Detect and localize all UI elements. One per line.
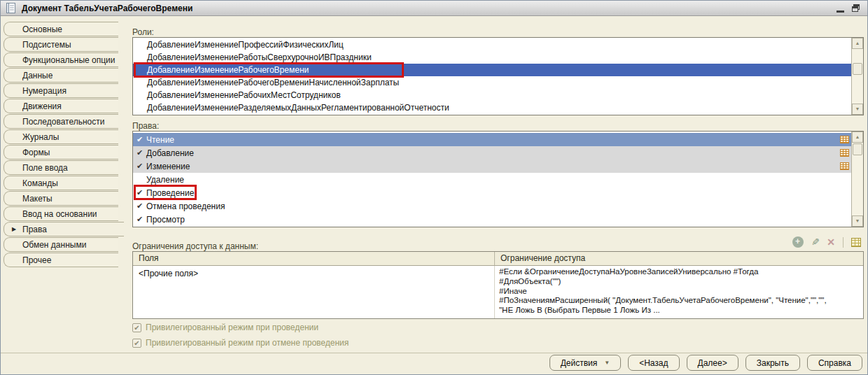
sidebar-tab-label: Подсистемы <box>22 40 71 50</box>
close-button[interactable]: Закрыть <box>746 355 800 371</box>
delete-restriction-icon[interactable]: ✕ <box>827 237 835 247</box>
restriction-cell[interactable]: #Если &ОграничениеДоступаНаУровнеЗаписей… <box>495 266 863 318</box>
active-tab-arrow-icon: ▶ <box>12 222 16 236</box>
window-title: Документ ТабельУчетаРабочегоВремени <box>22 3 192 13</box>
checkmark-icon[interactable]: ✔ <box>133 215 145 224</box>
sidebar-tab-8[interactable]: Формы <box>4 145 118 160</box>
restriction-icon-cell <box>837 173 851 186</box>
help-button[interactable]: Справка <box>807 355 862 371</box>
right-item[interactable]: ✔Проведение <box>133 186 851 199</box>
right-item[interactable]: ✔Просмотр <box>133 213 851 226</box>
role-item[interactable]: ДобавлениеИзменениеРабочихМестСотруднико… <box>133 89 851 101</box>
sidebar-tab-label: Журналы <box>22 132 59 142</box>
right-item-label: Удаление <box>145 175 837 185</box>
sidebar-tab-2[interactable]: Функциональные опции <box>4 52 118 67</box>
right-item[interactable]: ✔Отмена проведения <box>133 199 851 213</box>
restriction-icon-cell <box>837 199 851 213</box>
checkmark-icon[interactable]: ✔ <box>133 135 145 144</box>
scroll-up-icon[interactable]: ▲ <box>852 38 863 49</box>
scroll-down-icon[interactable]: ▼ <box>852 215 863 227</box>
privileged-mode-posting-checkbox[interactable]: ✔ Привилегированный режим при проведении <box>132 323 318 332</box>
restriction-templates-icon[interactable] <box>851 238 861 247</box>
sidebar-tab-1[interactable]: Подсистемы <box>4 37 118 52</box>
restriction-icon-cell <box>837 213 851 226</box>
sidebar-tab-14[interactable]: Обмен данными <box>4 237 118 252</box>
restrictions-table: Поля Ограничение доступа <Прочие поля> #… <box>132 251 864 319</box>
restore-button[interactable] <box>851 3 860 13</box>
add-restriction-button[interactable]: + <box>792 236 804 248</box>
sidebar-tab-label: Последовательности <box>22 117 104 127</box>
sidebar-tab-7[interactable]: Журналы <box>4 129 118 144</box>
scroll-thumb[interactable] <box>853 63 862 75</box>
sidebar-tab-label: Макеты <box>22 194 52 204</box>
restrictions-label: Ограничения доступа к данным: <box>132 241 258 251</box>
restriction-icon-cell <box>837 133 851 146</box>
right-item-label: Отмена проведения <box>145 201 837 211</box>
sidebar-tab-9[interactable]: Поле ввода <box>4 160 118 175</box>
checkbox-label: Привилегированный режим при отмене прове… <box>146 338 349 348</box>
right-item-label: Проведение <box>145 188 837 198</box>
fields-cell[interactable]: <Прочие поля> <box>133 266 495 318</box>
sidebar-tab-label: Прочее <box>22 255 51 265</box>
restriction-icon-cell <box>837 160 851 173</box>
right-item-label: Чтение <box>145 135 837 145</box>
role-item[interactable]: ДобавлениеИзменениеПрофессийФизическихЛи… <box>133 38 851 51</box>
restriction-grid-icon <box>840 136 849 143</box>
rights-scrollbar[interactable]: ▲ ▼ <box>851 132 863 227</box>
button-label: Далее> <box>698 358 727 368</box>
sidebar-tab-15[interactable]: Прочее <box>4 253 118 267</box>
checkbox-label: Привилегированный режим при проведении <box>146 323 318 332</box>
scroll-down-icon[interactable]: ▼ <box>852 104 863 115</box>
sidebar-tab-3[interactable]: Данные <box>4 68 118 83</box>
role-item[interactable]: ДобавлениеИзменениеРаботыСверхурочноИВПр… <box>133 51 851 64</box>
right-item[interactable]: ✔Добавление <box>133 146 851 160</box>
right-item[interactable]: ✔Изменение <box>133 160 851 173</box>
right-item-label: Изменение <box>145 162 837 171</box>
column-header-restriction[interactable]: Ограничение доступа <box>495 252 863 265</box>
privileged-mode-unposting-checkbox[interactable]: ✔ Привилегированный режим при отмене про… <box>132 338 349 348</box>
role-item[interactable]: ДобавлениеИзменениеРабочегоВремени <box>133 64 851 76</box>
checkmark-icon[interactable]: ✔ <box>133 188 145 197</box>
minimize-button[interactable] <box>836 10 844 13</box>
table-row[interactable]: <Прочие поля> #Если &ОграничениеДоступаН… <box>133 266 863 318</box>
sidebar-tab-13[interactable]: ▶Права <box>4 222 124 236</box>
sidebar-tab-label: Ввод на основании <box>22 209 97 219</box>
checkmark-icon[interactable]: ✔ <box>133 148 145 157</box>
next-button[interactable]: Далее> <box>687 355 738 371</box>
sidebar-tab-5[interactable]: Движения <box>4 99 118 113</box>
checkbox-icon[interactable]: ✔ <box>132 323 141 332</box>
edit-restriction-icon[interactable]: ✎ <box>811 237 820 247</box>
sidebar-tab-label: Данные <box>22 71 52 80</box>
button-label: <Назад <box>639 358 668 368</box>
sidebar-tab-label: Права <box>22 225 47 234</box>
restrictions-table-header: Поля Ограничение доступа <box>133 252 863 266</box>
checkbox-icon[interactable]: ✔ <box>132 339 141 348</box>
back-button[interactable]: <Назад <box>628 355 679 371</box>
restriction-grid-icon <box>840 149 849 157</box>
roles-scrollbar[interactable]: ▲ ▼ <box>851 38 863 115</box>
checkmark-icon[interactable]: ✔ <box>133 201 145 211</box>
sidebar-tab-4[interactable]: Нумерация <box>4 83 118 98</box>
scroll-thumb[interactable] <box>853 143 862 155</box>
right-item[interactable]: Удаление <box>133 173 851 186</box>
roles-label: Роли: <box>132 27 154 37</box>
titlebar: Документ ТабельУчетаРабочегоВремени <box>1 1 867 16</box>
sidebar-tab-10[interactable]: Команды <box>4 176 118 190</box>
role-item[interactable]: ДобавлениеИзменениеРабочегоВремениНачисл… <box>133 76 851 89</box>
roles-list: ДобавлениеИзменениеПрофессийФизическихЛи… <box>132 37 864 115</box>
sidebar-tab-label: Обмен данными <box>22 240 86 250</box>
button-label: Справка <box>818 358 851 368</box>
sidebar-tab-label: Функциональные опции <box>22 55 115 65</box>
sidebar-tab-6[interactable]: Последовательности <box>4 114 118 129</box>
restriction-icon-cell <box>837 146 851 160</box>
role-item[interactable]: ДобавлениеИзменениеРазделяемыхДанныхРегл… <box>133 101 851 114</box>
scroll-up-icon[interactable]: ▲ <box>852 132 863 143</box>
actions-button[interactable]: Действия▼ <box>550 355 622 371</box>
sidebar-tab-11[interactable]: Макеты <box>4 191 118 206</box>
column-header-fields[interactable]: Поля <box>133 252 495 265</box>
right-item-label: Добавление <box>145 148 837 158</box>
right-item[interactable]: ✔Чтение <box>133 133 851 146</box>
checkmark-icon[interactable]: ✔ <box>133 162 145 171</box>
sidebar-tab-12[interactable]: Ввод на основании <box>4 206 118 221</box>
sidebar-tab-0[interactable]: Основные <box>4 22 118 36</box>
